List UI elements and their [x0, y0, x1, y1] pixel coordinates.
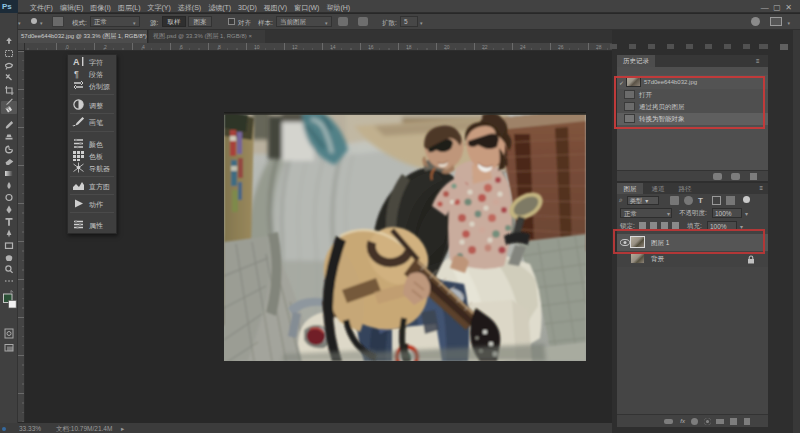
- svg-text:A: A: [73, 57, 80, 67]
- svg-text:¶: ¶: [74, 69, 79, 79]
